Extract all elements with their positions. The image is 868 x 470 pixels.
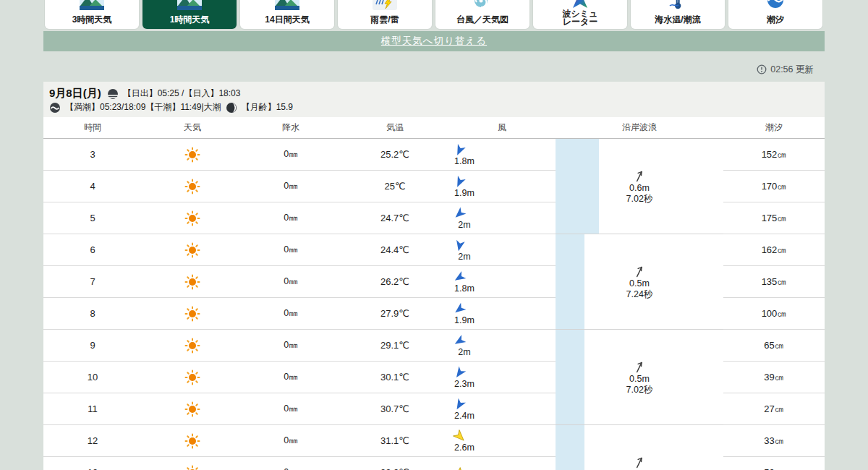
tab-bar: 3時間天気 1時間天気 14日間天気 雨雲/雷 台風／天気図 波シミュ レーター… bbox=[0, 0, 868, 29]
wind-cell: 1.9m bbox=[416, 298, 503, 329]
weather-cell bbox=[142, 266, 243, 297]
wave-period-value: 7.02秒 bbox=[626, 194, 653, 205]
tab-3hour-weather[interactable]: 3時間天気 bbox=[45, 0, 139, 29]
wind-speed-value: 1.9m bbox=[454, 188, 475, 198]
sunny-icon bbox=[184, 242, 200, 258]
hour-value: 3 bbox=[43, 139, 142, 170]
tab-label: 雨雲/雷 bbox=[370, 16, 399, 24]
wave-period-value: 7.24秒 bbox=[626, 289, 653, 300]
sunny-icon bbox=[184, 210, 200, 226]
tide-level-value: 170㎝ bbox=[723, 171, 825, 202]
landscape-weather-icon bbox=[177, 0, 202, 10]
tide-level-value: 33㎝ bbox=[723, 425, 825, 457]
sunny-icon bbox=[184, 274, 200, 290]
weather-cell bbox=[142, 457, 243, 470]
hour-value: 5 bbox=[43, 202, 142, 234]
sunrise-sunset-text: 【日出】05:25 /【日入】18:03 bbox=[123, 87, 241, 100]
tab-typhoon-chart[interactable]: 台風／天気図 bbox=[435, 0, 529, 29]
precip-value: 0㎜ bbox=[243, 266, 339, 297]
header-coastal-wave: 沿岸波浪 bbox=[556, 117, 723, 138]
hour-value: 8 bbox=[43, 298, 142, 329]
hour-value: 4 bbox=[43, 171, 142, 202]
hour-value: 7 bbox=[43, 266, 142, 297]
tab-1hour-weather[interactable]: 1時間天気 bbox=[142, 0, 237, 29]
hourly-row: 4 0㎜ 25℃ 1.9m bbox=[43, 171, 556, 202]
wind-cell: 2.6m bbox=[416, 425, 503, 456]
weather-cell bbox=[142, 234, 243, 265]
tide-level-value: 65㎝ bbox=[723, 330, 825, 362]
precip-value: 0㎜ bbox=[243, 234, 339, 265]
wind-speed-value: 1.8m bbox=[454, 156, 475, 166]
tide-level-value: 175㎝ bbox=[723, 202, 825, 234]
sunny-icon bbox=[184, 369, 200, 385]
wind-cell: 1.8m bbox=[416, 139, 503, 170]
hourly-row: 8 0㎜ 27.9℃ 1.9m bbox=[43, 298, 556, 330]
precip-value: 0㎜ bbox=[243, 393, 339, 424]
wave-height-value: 0.5m bbox=[629, 278, 650, 289]
hourly-row: 10 0㎜ 30.1℃ 2.3m bbox=[43, 362, 556, 393]
sunny-icon bbox=[184, 465, 200, 470]
date-header: 9月8日(月) 【日出】05:25 /【日入】18:03 【満潮】05:23/1… bbox=[43, 82, 825, 117]
tab-14day-weather[interactable]: 14日間天気 bbox=[240, 0, 334, 29]
hourly-row: 5 0㎜ 24.7℃ 2m bbox=[43, 202, 556, 234]
tab-label: 台風／天気図 bbox=[456, 16, 509, 24]
wind-cell: 1.9m bbox=[416, 171, 503, 202]
update-info-icon bbox=[757, 64, 767, 74]
landscape-weather-icon bbox=[80, 0, 104, 10]
tab-wave-simulator[interactable]: 波シミュ レーター bbox=[533, 0, 627, 29]
tide-level-value: 27㎝ bbox=[723, 393, 825, 425]
header-weather: 天気 bbox=[142, 117, 243, 138]
forecast-card: 9月8日(月) 【日出】05:25 /【日入】18:03 【満潮】05:23/1… bbox=[43, 82, 825, 470]
wave-period-value: 7.02秒 bbox=[626, 385, 653, 396]
sunny-icon bbox=[184, 401, 200, 417]
date-line-tide: 【満潮】05:23/18:09【干潮】11:49|大潮 【月齢】15.9 bbox=[49, 101, 825, 114]
hourly-row: 12 0㎜ 31.1℃ 2.6m bbox=[43, 425, 556, 457]
wave-direction-icon bbox=[632, 168, 647, 183]
hour-value: 9 bbox=[43, 330, 142, 361]
wave-direction-icon bbox=[632, 455, 647, 469]
sunny-icon bbox=[184, 338, 200, 354]
tide-level-value: 50㎝ bbox=[723, 457, 825, 470]
wind-cell: 2m bbox=[416, 202, 503, 234]
typhoon-icon bbox=[470, 0, 495, 10]
tide-level-value: 100㎝ bbox=[723, 298, 825, 330]
wind-direction-icon bbox=[451, 237, 468, 254]
header-temp: 気温 bbox=[339, 117, 451, 138]
wave-direction-icon bbox=[632, 359, 647, 374]
tide-level-value: 39㎝ bbox=[723, 362, 825, 393]
tab-tide[interactable]: 潮汐 bbox=[728, 0, 822, 29]
wind-cell: 1.8m bbox=[416, 266, 503, 297]
weather-cell bbox=[142, 298, 243, 329]
wind-cell: 2m bbox=[416, 330, 503, 361]
wave-info: 0.5m 7.02秒 bbox=[556, 359, 723, 396]
sunny-icon bbox=[184, 306, 200, 322]
hour-value: 10 bbox=[43, 362, 142, 393]
tab-sea-temp-current[interactable]: 海水温/潮流 bbox=[631, 0, 725, 29]
updated-time-text: 02:56 更新 bbox=[770, 64, 814, 76]
weather-cell bbox=[142, 393, 243, 424]
table-body: 3 0㎜ 25.2℃ 1.8m 4 bbox=[43, 139, 825, 470]
date-line-sun: 9月8日(月) 【日出】05:25 /【日入】18:03 bbox=[49, 87, 825, 101]
weather-cell bbox=[142, 362, 243, 393]
wave-info: 0.5m 7.24秒 bbox=[556, 264, 723, 300]
sunny-icon bbox=[184, 433, 200, 449]
landscape-weather-icon bbox=[275, 0, 299, 10]
sunny-icon bbox=[184, 179, 200, 195]
wave-height-value: 0.5m bbox=[629, 374, 650, 385]
precip-value: 0㎜ bbox=[243, 202, 339, 234]
weather-cell bbox=[142, 139, 243, 170]
tab-rain-radar[interactable]: 雨雲/雷 bbox=[338, 0, 432, 29]
wave-direction-icon bbox=[632, 264, 647, 278]
hour-value: 12 bbox=[43, 425, 142, 456]
wave-height-value: 0.6m bbox=[629, 183, 650, 194]
precip-value: 0㎜ bbox=[243, 362, 339, 393]
switch-to-horizontal-link[interactable]: 横型天気へ切り替える bbox=[381, 35, 487, 48]
wind-speed-value: 2.3m bbox=[454, 379, 475, 389]
sea-temperature-icon bbox=[665, 0, 690, 10]
header-wind: 風 bbox=[448, 117, 556, 138]
tide-level-value: 162㎝ bbox=[723, 234, 825, 266]
hour-value: 13 bbox=[43, 457, 142, 470]
tide-level-value: 135㎝ bbox=[723, 266, 825, 298]
wave-info: 0.6m 7.02秒 bbox=[556, 168, 723, 205]
hourly-row: 3 0㎜ 25.2℃ 1.8m bbox=[43, 139, 556, 171]
